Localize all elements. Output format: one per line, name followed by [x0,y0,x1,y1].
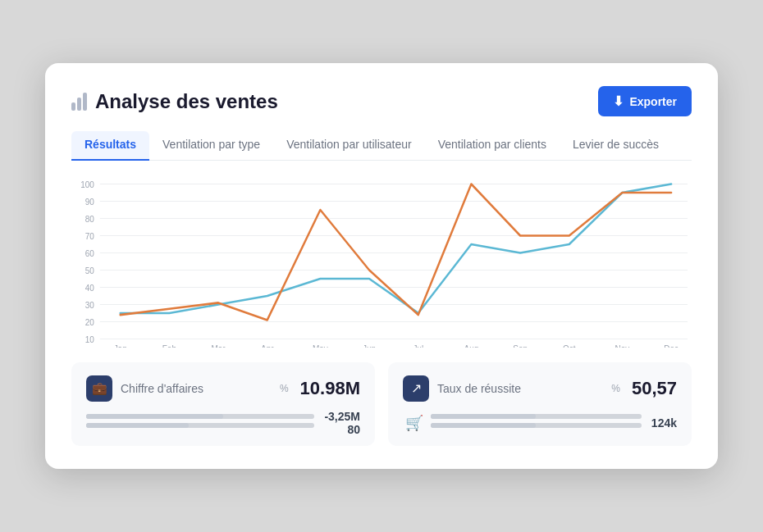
svg-text:Jun: Jun [363,344,376,348]
svg-text:May: May [313,344,329,348]
tab-ventilation-clients[interactable]: Ventilation par clients [425,131,560,161]
progress-bar-fill-1-tr [431,414,536,419]
bar-chart-icon [71,93,87,111]
stat-label-ca: Chiffre d'affaires [121,382,272,395]
chart-area: 100 90 80 70 60 50 40 30 20 10 [71,175,692,348]
export-button[interactable]: ⬇ Exporter [598,86,692,116]
cart-icon: 🛒 [403,410,426,436]
stat-card-taux-reussite: ↗ Taux de réussite % 50,57 🛒 124k [388,362,692,446]
progress-bar-2-ca [86,423,314,428]
stat-sub-ca-2: 80 [347,423,360,436]
line-chart: 100 90 80 70 60 50 40 30 20 10 [71,175,692,348]
stat-sub-ca: -3,25M 80 [324,410,360,436]
svg-text:20: 20 [85,317,94,326]
stat-sub-tr: 124k [651,416,677,430]
progress-bar-1-ca [86,414,314,419]
download-icon: ⬇ [613,93,624,109]
progress-bars-tr [431,414,642,432]
svg-text:10: 10 [85,334,94,343]
stat-card-chiffre-affaires: 💼 Chiffre d'affaires % 10.98M -3,25M 80 [71,362,375,446]
stat-footer-tr: 🛒 124k [403,410,677,436]
progress-bar-2-tr [431,423,642,428]
svg-text:50: 50 [85,266,94,275]
svg-text:Dec: Dec [664,344,678,348]
tabs-bar: Résultats Ventilation par type Ventilati… [71,131,692,161]
svg-text:Mar: Mar [211,344,226,348]
svg-text:60: 60 [85,248,94,257]
progress-bars-ca [86,414,314,432]
svg-text:40: 40 [85,283,94,292]
main-card: Analyse des ventes ⬇ Exporter Résultats … [45,63,718,469]
svg-text:Oct: Oct [563,344,576,348]
stat-value-ca: 10.98M [300,378,360,399]
svg-text:Sep: Sep [513,344,528,348]
progress-bar-fill-2-tr [431,423,536,428]
svg-text:Apr: Apr [261,344,274,348]
tab-ventilation-user[interactable]: Ventilation par utilisateur [273,131,425,161]
svg-text:Jul: Jul [413,344,423,348]
svg-text:Nov: Nov [615,344,631,348]
svg-text:30: 30 [85,300,94,309]
progress-bar-fill-2-ca [86,423,189,428]
header-left: Analyse des ventes [71,90,278,113]
tab-resultats[interactable]: Résultats [71,131,149,161]
stat-footer-ca: -3,25M 80 [86,410,360,436]
svg-text:Aug: Aug [464,344,479,348]
stat-header-tr: ↗ Taux de réussite % 50,57 [403,375,677,402]
progress-bar-fill-1-ca [86,414,223,419]
export-label: Exporter [629,95,677,108]
svg-text:Feb: Feb [162,344,176,348]
tab-levier-succes[interactable]: Levier de succès [560,131,672,161]
stat-value-tr: 50,57 [632,378,677,399]
trending-up-icon: ↗ [403,375,429,402]
progress-bar-1-tr [431,414,642,419]
stat-sub-ca-1: -3,25M [324,410,360,423]
stat-header-ca: 💼 Chiffre d'affaires % 10.98M [86,375,360,402]
svg-text:100: 100 [80,180,94,189]
stat-sub-tr-2: 124k [651,416,677,430]
svg-text:Jan: Jan [114,344,127,348]
svg-text:70: 70 [85,231,94,240]
stat-pct-tr: % [611,383,620,394]
briefcase-icon: 💼 [86,375,112,402]
svg-text:80: 80 [85,214,94,223]
header: Analyse des ventes ⬇ Exporter [71,86,692,116]
stat-pct-ca: % [280,383,289,394]
tab-ventilation-type[interactable]: Ventilation par type [149,131,273,161]
page-title: Analyse des ventes [95,90,278,113]
stat-label-tr: Taux de réussite [437,382,603,395]
stats-row: 💼 Chiffre d'affaires % 10.98M -3,25M 80 [71,362,692,446]
svg-text:90: 90 [85,197,94,206]
